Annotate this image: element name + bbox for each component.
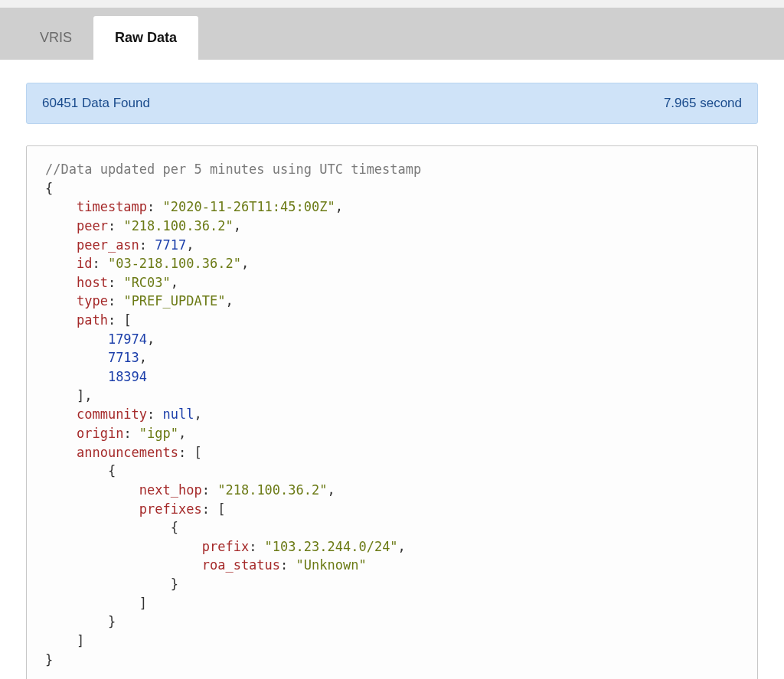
top-strip [0, 0, 784, 8]
tab-bar: VRIS Raw Data [0, 8, 784, 61]
tab-vris[interactable]: VRIS [18, 16, 93, 60]
status-count: 60451 Data Found [42, 96, 150, 111]
status-time: 7.965 second [664, 96, 742, 111]
status-bar: 60451 Data Found 7.965 second [26, 83, 758, 124]
raw-data-code[interactable]: //Data updated per 5 minutes using UTC t… [26, 145, 758, 679]
content-area: 60451 Data Found 7.965 second //Data upd… [0, 61, 784, 679]
tab-raw-data[interactable]: Raw Data [93, 16, 198, 60]
